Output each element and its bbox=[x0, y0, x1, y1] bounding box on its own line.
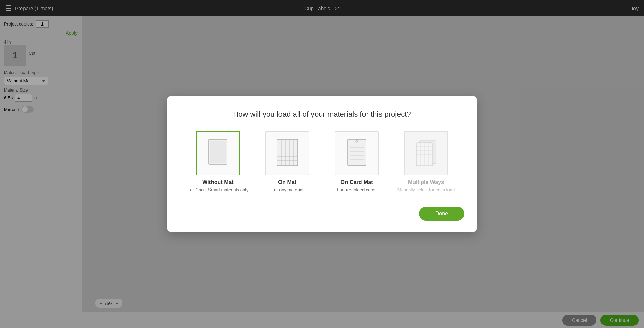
material-load-dialog: How will you load all of your materials … bbox=[167, 96, 477, 232]
done-button[interactable]: Done bbox=[419, 207, 464, 221]
dialog-footer: Done bbox=[180, 207, 464, 221]
on-card-mat-icon bbox=[345, 138, 369, 168]
multiple-ways-icon-wrap bbox=[404, 131, 448, 175]
multiple-ways-icon bbox=[414, 138, 438, 168]
on-mat-icon-wrap bbox=[265, 131, 309, 175]
svg-rect-12 bbox=[348, 139, 366, 166]
without-mat-icon-wrap bbox=[196, 131, 240, 175]
on-card-mat-icon-wrap bbox=[335, 131, 379, 175]
on-card-mat-label: On Card Mat bbox=[340, 179, 373, 185]
on-mat-icon bbox=[275, 138, 299, 168]
option-without-mat[interactable]: Without Mat For Cricut Smart materials o… bbox=[187, 131, 249, 193]
multiple-ways-label: Multiple Ways bbox=[408, 179, 444, 185]
option-on-card-mat[interactable]: On Card Mat For pre-folded cards bbox=[326, 131, 387, 193]
option-on-mat[interactable]: On Mat For any material bbox=[257, 131, 318, 193]
without-mat-icon bbox=[206, 138, 230, 168]
option-multiple-ways[interactable]: Multiple Ways Manually select for each l… bbox=[395, 131, 457, 193]
svg-rect-2 bbox=[277, 139, 298, 166]
on-mat-label: On Mat bbox=[278, 179, 296, 185]
multiple-ways-sublabel: Manually select for each load bbox=[397, 187, 455, 193]
on-mat-sublabel: For any material bbox=[271, 187, 303, 193]
on-card-mat-sublabel: For pre-folded cards bbox=[337, 187, 376, 193]
without-mat-label: Without Mat bbox=[202, 179, 233, 185]
without-mat-sublabel: For Cricut Smart materials only bbox=[187, 187, 248, 193]
dialog-title: How will you load all of your materials … bbox=[180, 110, 464, 119]
load-options-row: Without Mat For Cricut Smart materials o… bbox=[180, 131, 464, 193]
modal-overlay: How will you load all of your materials … bbox=[0, 0, 644, 328]
svg-rect-1 bbox=[210, 141, 226, 163]
